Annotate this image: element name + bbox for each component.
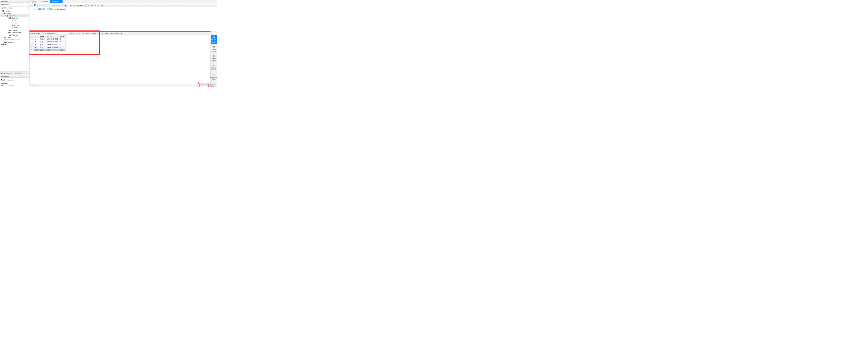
insert-row-button[interactable]: ▦ [78, 32, 81, 35]
search-icon: 🔍 [94, 4, 96, 6]
tree-funcs[interactable]: Functions [6, 41, 14, 43]
filter-objects-input[interactable] [4, 6, 29, 9]
table-row[interactable]: 1思小菲1050220240010 [30, 38, 66, 40]
tree-col-stu-no[interactable]: stu_no [14, 24, 19, 26]
commit-button[interactable]: ✔ [57, 4, 60, 7]
information-panel: Table: students Columns: idint AI PK [0, 78, 29, 87]
edit-marker-icon: ✎ [30, 46, 34, 49]
col-header-status[interactable]: status [59, 35, 66, 38]
rollback-button[interactable]: ✖ [61, 4, 64, 7]
apply-button[interactable]: Apply [208, 84, 216, 87]
tree-db[interactable]: my_db [4, 10, 10, 12]
table-row-editing[interactable]: ✎4王五1050220240040 [30, 46, 66, 49]
tab-students-1[interactable]: students [39, 0, 50, 3]
tree-triggers[interactable]: Triggers [11, 34, 18, 36]
tree-tables[interactable]: Tables [6, 12, 11, 14]
folder-icon: 🗂 [9, 34, 11, 36]
explain-button[interactable]: 🔍 [45, 4, 48, 7]
tree-col-status[interactable]: status [14, 27, 19, 29]
table-row[interactable]: 3李四1050220240030 [30, 43, 66, 46]
execute-current-button[interactable]: ⚡ [41, 4, 45, 7]
tree-indexes[interactable]: Indexes [11, 29, 18, 31]
column-icon: ◆ [11, 27, 14, 29]
tree-sys[interactable]: sys [4, 43, 7, 45]
insert-row-icon: ▦ [79, 32, 81, 34]
wrap-cell-label: Wrap Cell Content: [105, 32, 120, 34]
footer: students 1 ✕ Apply [30, 84, 217, 87]
refresh-icon[interactable]: ↻ [27, 4, 28, 6]
stop-button[interactable]: ⦸ [48, 4, 52, 7]
column-icon: ◆ [11, 20, 14, 22]
filter-rows-input[interactable] [57, 32, 69, 35]
result-toolbar: Result Grid ▦ ♺ Filter Rows: | Edit: ✎ ▦… [30, 31, 211, 35]
magnifier-lightning-icon: 🔍 [45, 4, 48, 6]
export-button[interactable]: ⇱ [97, 32, 100, 35]
tab-students-2[interactable]: students✕ [50, 0, 63, 3]
tree-col-name[interactable]: name [14, 22, 19, 24]
folder-icon: 🗂 [4, 41, 6, 43]
breakpoint-icon[interactable]: ● [35, 8, 36, 10]
execute-button[interactable]: ⚡ [38, 4, 41, 7]
open-file-button[interactable]: 📂 [31, 4, 34, 7]
schema-tree[interactable]: ▼🗄my_db ▼🗂Tables ▼▦students ▼❐Columns ◆i… [0, 9, 29, 72]
chevron-down-icon[interactable]: ▾ [28, 0, 29, 2]
tab-administration[interactable]: Administration [0, 72, 13, 75]
beautify-button[interactable]: ✍ [91, 4, 94, 7]
form-icon: ☰ [213, 45, 215, 48]
tab-query1[interactable]: Query 1 [30, 0, 40, 3]
wrap-cell-button[interactable]: IA [120, 32, 123, 35]
navigator-title: Navigator [1, 0, 8, 2]
tree-sprocs[interactable]: Stored Procedures [6, 39, 21, 41]
folder-icon: 🗂 [4, 12, 6, 14]
sql-editor[interactable]: 1● SELECT * FROM my_db.students; [30, 7, 217, 31]
stats-icon: ≡ [213, 64, 215, 67]
sidebar-tabs: Administration Schemas [0, 72, 29, 75]
table-icon: ▦ [6, 15, 9, 17]
tab-schemas[interactable]: Schemas [13, 72, 22, 75]
view-field-types[interactable]: ▤Field Types [211, 54, 217, 62]
favorite-button[interactable]: ★ [87, 4, 90, 7]
find-button[interactable]: 🔍 [94, 4, 97, 7]
table-row[interactable]: 2张三1050220240020 [30, 40, 66, 43]
toggle-tx-button[interactable]: ▦ [64, 4, 67, 7]
result-view-strip: ▦Result Grid ☰Form Editor ▤Field Types ≡… [211, 31, 217, 84]
tree-col-id[interactable]: id [14, 20, 16, 22]
table-row-new[interactable]: *NULLNULLNULLNULL [30, 49, 66, 51]
star-icon: ★ [88, 4, 89, 6]
close-icon[interactable]: ✕ [39, 85, 41, 87]
save-file-button[interactable]: 💾 [34, 4, 37, 7]
col-header-stu-no[interactable]: stu_no [46, 35, 59, 38]
tree-views[interactable]: Views [6, 36, 11, 38]
schemas-title: SCHEMAS [1, 4, 10, 6]
grid-view-button[interactable]: ▦ [40, 32, 43, 35]
import-button[interactable]: ⇲ [101, 32, 103, 35]
row-limit-combo[interactable]: Limit to 1000 rows▼ [68, 4, 86, 6]
close-icon[interactable]: ✕ [59, 1, 61, 3]
view-result-grid[interactable]: ▦Result Grid [211, 35, 217, 44]
database-icon: 🗄 [2, 10, 4, 12]
split-toggle-icon[interactable] [213, 32, 215, 34]
tree-table-students[interactable]: students [9, 15, 16, 17]
view-query-stats[interactable]: ≡Query Stats [211, 63, 217, 72]
col-header-name[interactable]: name [39, 35, 46, 38]
refresh-result-button[interactable]: ♺ [43, 32, 46, 35]
tree-fks[interactable]: Foreign Keys [11, 31, 22, 33]
folder-icon: 🗂 [9, 31, 11, 33]
save-icon: 💾 [34, 4, 36, 6]
toggle-invisible-button[interactable]: ¶ [97, 4, 100, 7]
tree-columns[interactable]: Columns [11, 17, 19, 19]
delete-row-button[interactable]: ▦ [82, 32, 85, 35]
info-table-label: Table: [1, 79, 6, 81]
view-execution-plan[interactable]: ⌬Execution Plan [211, 72, 217, 81]
edit-row-button[interactable]: ✎ [75, 32, 78, 35]
main-panel: Query 1 students students✕ 📂 💾 ⚡ ⚡ 🔍 ⦸ ▦… [30, 0, 217, 87]
col-header-id[interactable]: id [34, 35, 39, 38]
toggle-autocommit-button[interactable]: ▦ [53, 4, 56, 7]
folder-open-icon: 📂 [31, 4, 33, 6]
autocommit-icon: ▦ [54, 4, 55, 6]
toggle-wrap-button[interactable]: ↵ [101, 4, 104, 7]
result-grid[interactable]: id name stu_no status 1思小菲1050220240010 … [30, 35, 211, 51]
folder-icon: 🗂 [9, 29, 11, 31]
view-form-editor[interactable]: ☰Form Editor [211, 44, 217, 53]
footer-tab[interactable]: students 1 [31, 85, 39, 87]
